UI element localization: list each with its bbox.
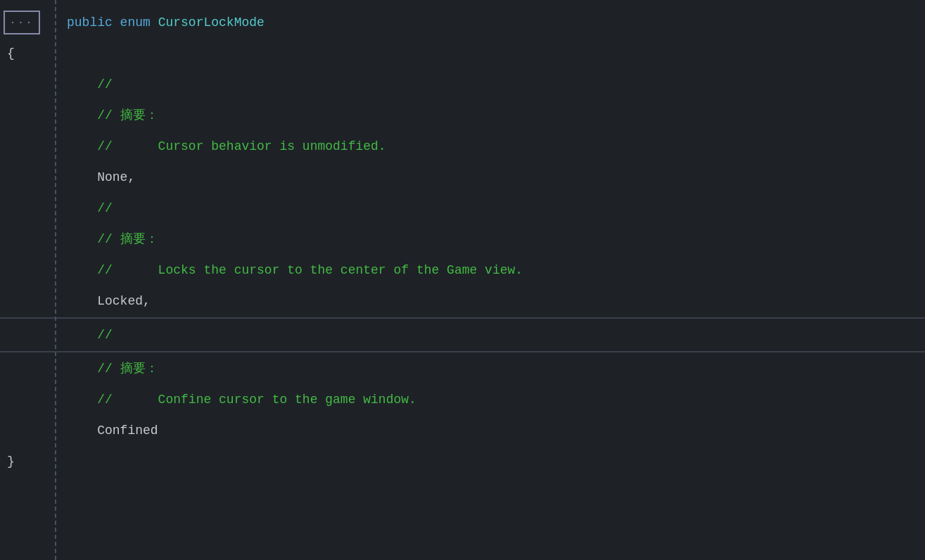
code-line-6: // <box>0 193 925 224</box>
code-line-16: } <box>0 446 925 477</box>
comment-text: // <box>67 201 113 215</box>
line-content: // Cursor behavior is unmodified. <box>0 131 386 162</box>
selection-box: ··· <box>4 11 40 34</box>
comment-text: // <box>67 328 113 342</box>
comment-text: // 摘要： <box>67 362 158 376</box>
code-line-4: // Cursor behavior is unmodified. <box>0 131 925 162</box>
code-line-13: // 摘要： <box>0 353 925 384</box>
line-content: Locked, <box>0 286 151 317</box>
line-content: // Locks the cursor to the center of the… <box>0 255 523 286</box>
member-text: None, <box>67 170 135 184</box>
separator-line <box>0 317 925 319</box>
member-text: Locked, <box>67 294 151 308</box>
code-line-5: None, <box>0 162 925 193</box>
code-line-3: // 摘要： <box>0 100 925 131</box>
code-editor: ···public enum CursorLockMode{ // // 摘要：… <box>0 0 925 560</box>
comment-text: // 摘要： <box>67 232 158 246</box>
code-line-11: // <box>0 319 925 350</box>
comment-text: // Locks the cursor to the center of the… <box>67 263 523 277</box>
keyword-text: public enum <box>67 15 158 30</box>
separator-line <box>0 351 925 352</box>
line-content: // Confine cursor to the game window. <box>0 384 416 415</box>
dots-indicator: ··· <box>10 17 34 28</box>
brace-text: } <box>7 454 15 469</box>
line-content: // 摘要： <box>0 100 158 131</box>
code-line-2: // <box>0 69 925 100</box>
code-line-14: // Confine cursor to the game window. <box>0 384 925 415</box>
line-content: None, <box>0 162 135 193</box>
brace-text: { <box>7 46 15 61</box>
line-content: Confined <box>0 415 158 446</box>
code-line-7: // 摘要： <box>0 224 925 255</box>
comment-text: // <box>67 77 113 91</box>
code-line-1: { <box>0 38 925 69</box>
enum-name-text: CursorLockMode <box>158 15 264 30</box>
comment-text: // 摘要： <box>67 108 158 122</box>
line-content: } <box>0 446 15 477</box>
code-line-9: Locked, <box>0 286 925 317</box>
line-content: // 摘要： <box>0 353 158 384</box>
member-text: Confined <box>67 424 158 438</box>
comment-text: // Cursor behavior is unmodified. <box>67 139 386 153</box>
code-line-0: ···public enum CursorLockMode <box>0 7 925 38</box>
comment-text: // Confine cursor to the game window. <box>67 393 416 407</box>
dashed-guide-line <box>55 0 56 560</box>
line-content: { <box>0 38 15 69</box>
code-line-8: // Locks the cursor to the center of the… <box>0 255 925 286</box>
code-line-15: Confined <box>0 415 925 446</box>
line-content: // 摘要： <box>0 224 158 255</box>
